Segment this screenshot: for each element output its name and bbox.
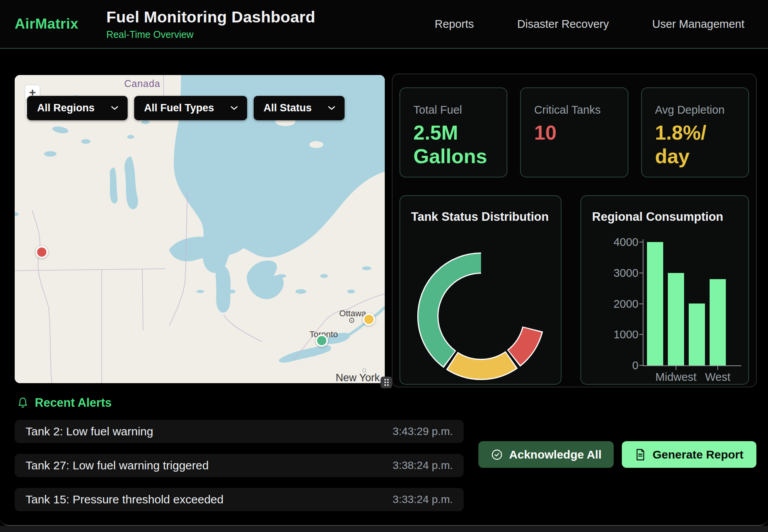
map-label-new-york: New York — [336, 372, 385, 383]
consumption-bar — [647, 242, 663, 365]
fuel-map[interactable]: Canada Ottawa Toronto New York + − All R… — [15, 75, 385, 383]
charts-row: Tank Status Distribution Regional Consum… — [399, 195, 749, 385]
stat-card-critical-tanks: Critical Tanks10 — [520, 87, 628, 177]
stat-label: Total Fuel — [413, 104, 503, 116]
alerts-heading: Recent Alerts — [17, 396, 112, 410]
acknowledge-all-label: Acknowledge All — [509, 448, 602, 461]
stat-value: day — [655, 145, 744, 168]
filter-label: All Fuel Types — [144, 102, 214, 114]
consumption-bar — [668, 273, 684, 365]
alert-row[interactable]: Tank 15: Pressure threshold exceeded3:33… — [15, 488, 464, 511]
nav-item-disaster-recovery[interactable]: Disaster Recovery — [517, 18, 609, 31]
map-filters: All RegionsAll Fuel TypesAll Status — [27, 96, 345, 120]
x-tick-mark — [676, 366, 676, 370]
filter-label: All Regions — [37, 102, 95, 114]
bell-icon — [17, 397, 29, 409]
alert-timestamp: 3:43:29 p.m. — [393, 425, 453, 438]
stat-label: Critical Tanks — [534, 104, 623, 116]
tank-status-donut-chart — [415, 251, 547, 382]
y-tick-mark — [639, 365, 643, 366]
check-circle-icon — [491, 448, 503, 461]
alert-text: Tank 2: Low fuel warning — [26, 425, 153, 438]
chevron-down-icon — [328, 106, 335, 110]
filter-all-fuel-types[interactable]: All Fuel Types — [134, 96, 247, 120]
tank-status-card: Tank Status Distribution — [399, 195, 561, 385]
new-york-city-dot-icon — [363, 369, 366, 372]
y-tick-mark — [639, 273, 643, 273]
page-title: Fuel Monitoring Dashboard — [106, 8, 315, 26]
donut-chart-title: Tank Status Distribution — [400, 196, 561, 224]
alert-timestamp: 3:38:24 p.m. — [393, 459, 453, 472]
alert-row[interactable]: Tank 27: Low fuel warning triggered3:38:… — [15, 454, 464, 477]
footer-strip — [0, 526, 768, 532]
y-tick-mark — [639, 334, 643, 335]
y-tick-label: 4000 — [584, 236, 638, 249]
app-logo: AirMatrix — [15, 16, 79, 32]
alert-text: Tank 15: Pressure threshold exceeded — [26, 493, 224, 506]
filter-label: All Status — [264, 102, 312, 114]
map-label-canada: Canada — [111, 78, 173, 89]
regional-consumption-card: Regional Consumption 40003000200010000Mi… — [580, 195, 749, 385]
alert-text: Tank 27: Low fuel warning triggered — [26, 459, 209, 472]
y-tick-mark — [639, 304, 643, 304]
stat-value: 1.8%/ — [655, 121, 744, 145]
stat-card-avg-depletion: Avg Depletion1.8%/day — [641, 87, 749, 177]
metrics-panel: Total Fuel2.5MGallonsCritical Tanks10Avg… — [392, 73, 757, 387]
nav-item-user-management[interactable]: User Management — [652, 18, 744, 31]
generate-report-label: Generate Report — [652, 448, 743, 461]
chevron-down-icon — [111, 106, 118, 110]
stat-label: Avg Depletion — [655, 104, 744, 116]
stat-value: 10 — [534, 121, 623, 145]
document-icon — [635, 448, 646, 461]
dashboard-root: AirMatrix Fuel Monitoring Dashboard Real… — [0, 0, 768, 532]
main-nav: ReportsDisaster RecoveryUser Management — [435, 18, 768, 31]
nav-item-reports[interactable]: Reports — [435, 18, 474, 31]
tank-marker-warning[interactable] — [363, 313, 375, 326]
filter-all-status[interactable]: All Status — [254, 96, 345, 120]
bar-chart-y-axis — [643, 239, 643, 366]
bar-chart-x-axis — [643, 365, 741, 366]
ottawa-city-dot-icon — [349, 318, 354, 323]
y-tick-label: 0 — [584, 359, 638, 372]
y-tick-label: 1000 — [584, 328, 638, 341]
acknowledge-all-button[interactable]: Acknowledge All — [478, 441, 614, 468]
stats-row: Total Fuel2.5MGallonsCritical Tanks10Avg… — [399, 87, 749, 177]
consumption-bar — [710, 279, 726, 365]
stat-card-total-fuel: Total Fuel2.5MGallons — [399, 87, 507, 177]
map-drag-handle-icon[interactable] — [381, 377, 392, 388]
y-tick-label: 3000 — [584, 267, 638, 280]
bar-chart-title: Regional Consumption — [581, 196, 748, 224]
stat-value: Gallons — [413, 145, 503, 168]
tank-marker-critical[interactable] — [36, 246, 48, 258]
title-block: Fuel Monitoring Dashboard Real-Time Over… — [106, 8, 315, 40]
tank-marker-normal[interactable] — [316, 334, 328, 347]
y-tick-label: 2000 — [584, 298, 638, 310]
y-tick-mark — [639, 242, 643, 242]
stat-value: 2.5M — [413, 121, 503, 145]
consumption-bar — [689, 304, 705, 365]
alert-timestamp: 3:33:24 p.m. — [393, 493, 453, 506]
chevron-down-icon — [230, 106, 238, 110]
alerts-heading-label: Recent Alerts — [35, 396, 112, 410]
header: AirMatrix Fuel Monitoring Dashboard Real… — [0, 0, 768, 49]
alert-row[interactable]: Tank 2: Low fuel warning3:43:29 p.m. — [15, 420, 464, 443]
page-subtitle: Real-Time Overview — [106, 29, 315, 40]
x-tick-label: West — [687, 371, 749, 384]
x-tick-mark — [717, 366, 718, 370]
filter-all-regions[interactable]: All Regions — [27, 96, 128, 120]
generate-report-button[interactable]: Generate Report — [622, 441, 756, 468]
